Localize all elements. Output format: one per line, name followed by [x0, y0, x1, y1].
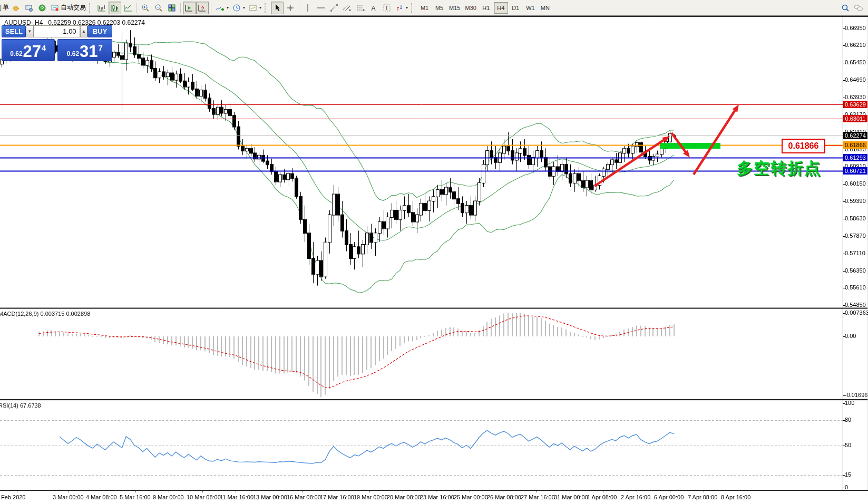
- market-watch-button[interactable]: [23, 2, 35, 14]
- zoom-out-icon: [154, 4, 163, 12]
- date-axis-label: 1 Apr 08:00: [587, 494, 617, 500]
- toolbar-handle[interactable]: [265, 3, 269, 13]
- volume-up-button[interactable]: ▲: [80, 25, 88, 37]
- cursor-icon: [273, 4, 281, 12]
- date-axis-label: 9 Mar 00:00: [153, 494, 184, 500]
- line-chart-button[interactable]: [122, 2, 134, 14]
- date-axis-label: 26 Mar 08:00: [487, 494, 521, 500]
- toolbar: 订单 自动交易: [0, 0, 868, 16]
- text-label-icon: T: [383, 4, 391, 12]
- timeframe-h1[interactable]: H1: [479, 2, 493, 14]
- market-watch-icon: [25, 4, 33, 12]
- timeframe-m30[interactable]: M30: [463, 2, 478, 14]
- signals-button[interactable]: [36, 2, 48, 14]
- timeframe-w1[interactable]: W1: [523, 2, 538, 14]
- crosshair-button[interactable]: [284, 2, 297, 14]
- timeframe-h4[interactable]: H4: [494, 2, 508, 14]
- chart-shift-button[interactable]: [196, 2, 209, 14]
- price-level-label: 0.63011: [843, 115, 867, 122]
- sell-price-box[interactable]: 0.62 27 4: [2, 39, 55, 61]
- axis-label: 0.57110: [845, 250, 865, 256]
- mt4-window: 订单 自动交易: [0, 0, 868, 503]
- fibonacci-button[interactable]: F: [354, 2, 367, 14]
- svg-text:F: F: [363, 8, 365, 12]
- toolbar-handle[interactable]: [89, 3, 94, 13]
- candlestick-chart-button[interactable]: [109, 2, 121, 14]
- price-level-label: 0.61866: [843, 141, 867, 149]
- timeframe-m15[interactable]: M15: [447, 2, 462, 14]
- search-button[interactable]: [839, 2, 852, 14]
- timeframe-mn[interactable]: MN: [538, 2, 552, 14]
- text-button[interactable]: A: [367, 2, 380, 14]
- equidistant-channel-button[interactable]: E: [341, 2, 354, 14]
- zoom-out-button[interactable]: [152, 2, 165, 14]
- auto-trading-button[interactable]: 自动交易: [49, 2, 87, 14]
- date-axis-label: 11 Mar 16:00: [220, 494, 253, 500]
- date-axis-label: 13 Mar 00:00: [253, 494, 287, 500]
- timeframe-d1[interactable]: D1: [509, 2, 523, 14]
- sell-price-big: 27: [23, 44, 41, 60]
- chart-canvas[interactable]: [0, 0, 868, 503]
- vertical-line-button[interactable]: [301, 2, 314, 14]
- date-axis-label: 31 Mar 00:00: [554, 494, 588, 500]
- date-axis-label: 10 Mar 08:00: [187, 494, 221, 500]
- tile-windows-button[interactable]: [165, 2, 178, 14]
- chevron-down-icon: ▾: [227, 5, 229, 10]
- timeframe-m5[interactable]: M5: [432, 2, 446, 14]
- date-axis-label: 25 Mar 00:00: [454, 494, 488, 500]
- buy-price-box[interactable]: 0.62 31 7: [57, 39, 112, 61]
- chat-button[interactable]: [852, 2, 865, 14]
- periods-button[interactable]: ▾: [231, 2, 247, 14]
- axis-label: 100: [845, 400, 854, 406]
- auto-scroll-button[interactable]: [183, 2, 196, 14]
- macd-indicator-label: MACD(12,26,9) 0.003715 0.002898: [0, 311, 90, 317]
- templates-button[interactable]: ▾: [247, 2, 263, 14]
- text-label-button[interactable]: T: [381, 2, 393, 14]
- axis-label: -0.01696: [845, 392, 867, 398]
- toolbar-separator: [136, 3, 137, 13]
- arrows-button[interactable]: ▾: [394, 2, 409, 14]
- date-axis-label: 27 Mar 16:00: [521, 494, 555, 500]
- toolbar-separator: [299, 3, 299, 13]
- sell-button[interactable]: SELL: [2, 25, 26, 37]
- trend-line-icon: [330, 4, 338, 12]
- trend-line-button[interactable]: [328, 2, 340, 14]
- axis-label: 0.59390: [845, 198, 866, 204]
- axis-label: 0.60150: [845, 180, 866, 187]
- toolbar-separator: [211, 3, 211, 13]
- svg-text:E: E: [349, 8, 351, 12]
- axis-label: 0.66950: [845, 25, 866, 31]
- axis-label: 15: [845, 471, 851, 478]
- chat-icon: [854, 4, 863, 12]
- bar-chart-button[interactable]: [95, 2, 108, 14]
- price-annotation-box: 0.61866: [782, 139, 825, 153]
- toolbar-handle[interactable]: [411, 3, 416, 13]
- axis-label: 0.58630: [845, 215, 866, 221]
- macd-values: 0.003715 0.002898: [40, 311, 90, 317]
- new-order-icon: [12, 4, 20, 12]
- volume-input[interactable]: [34, 25, 80, 37]
- orders-button[interactable]: 订单: [0, 3, 9, 12]
- axis-label: 0.54850: [845, 302, 866, 308]
- text-icon: A: [370, 4, 377, 12]
- chevron-down-icon: ▾: [406, 5, 408, 10]
- new-order-button[interactable]: [9, 2, 22, 14]
- periods-clock-icon: [232, 4, 241, 12]
- timeframe-m1[interactable]: M1: [417, 2, 432, 14]
- date-axis-label: 19 Mar 00:00: [354, 494, 388, 500]
- indicators-button[interactable]: ▾: [213, 2, 230, 14]
- buy-button[interactable]: BUY: [87, 25, 112, 37]
- auto-trading-label: 自动交易: [61, 3, 86, 12]
- buy-price-prefix: 0.62: [67, 50, 79, 57]
- axis-label: 0.55610: [845, 284, 866, 291]
- auto-scroll-icon: [184, 4, 194, 12]
- horizontal-line-button[interactable]: [315, 2, 327, 14]
- zoom-in-button[interactable]: [139, 2, 152, 14]
- auto-trading-icon: [51, 4, 59, 12]
- sell-price-prefix: 0.62: [10, 50, 22, 57]
- line-chart-icon: [123, 4, 133, 12]
- cursor-button[interactable]: [271, 2, 284, 14]
- axis-label: 0.00: [845, 333, 856, 339]
- volume-down-button[interactable]: ▼: [26, 25, 34, 37]
- axis-label: 50: [845, 442, 851, 448]
